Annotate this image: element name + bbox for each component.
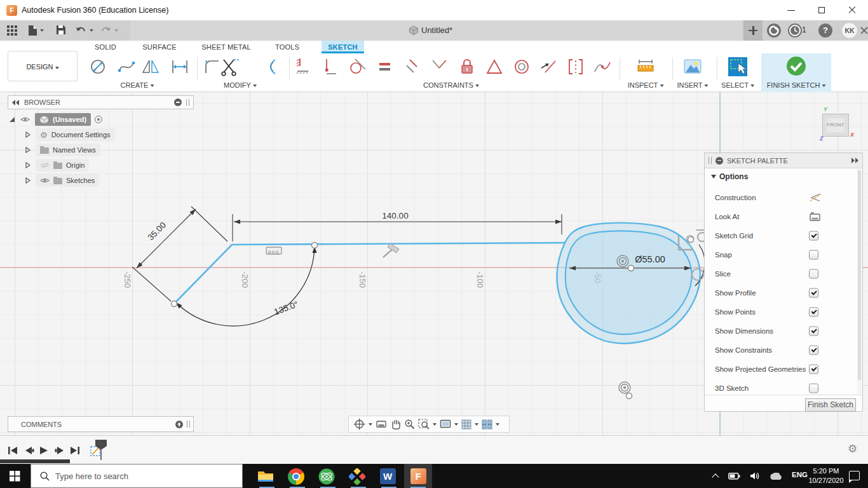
collapse-right-icon[interactable] [851, 158, 858, 163]
palette-row-look-at[interactable]: Look At [705, 209, 862, 224]
browser-item-origin[interactable]: Origin [25, 158, 89, 172]
tab-surface[interactable]: SURFACE [139, 41, 180, 53]
circle-tool-icon[interactable] [88, 57, 107, 76]
palette-row-show-dimensions[interactable]: Show Dimensions [705, 323, 862, 339]
save-icon[interactable] [56, 25, 66, 35]
comments-drag-handle[interactable] [187, 421, 190, 428]
orbit-icon[interactable] [353, 418, 365, 430]
display-caret[interactable] [454, 423, 458, 426]
eye-hidden-icon[interactable] [40, 162, 50, 169]
diamond-app-icon[interactable] [343, 467, 371, 485]
close-button[interactable] [837, 0, 867, 20]
select-tool-icon[interactable] [728, 57, 747, 76]
browser-root-row[interactable]: (Unsaved) [9, 112, 102, 126]
collapsed-arrow-icon[interactable] [25, 132, 31, 138]
dimension-angle-text[interactable]: 135.0° [273, 299, 299, 316]
snap-checkbox[interactable] [809, 250, 818, 260]
dimension-140-text[interactable]: 140.00 [382, 211, 408, 220]
root-document-label[interactable]: (Unsaved) [35, 113, 91, 126]
dimension-35-text[interactable]: 35.00 [146, 220, 168, 243]
horizontal-constraint-glyph[interactable] [266, 247, 281, 254]
show-projected-geometries-checkbox[interactable] [809, 365, 818, 374]
finish-sketch-button[interactable]: FINISH SKETCH [761, 53, 831, 92]
viewports-icon[interactable] [482, 419, 492, 430]
browser-drag-handle[interactable] [186, 99, 189, 106]
redo-dropdown-caret[interactable] [114, 29, 118, 32]
help-icon[interactable]: ? [818, 24, 832, 37]
slice-checkbox[interactable] [809, 269, 818, 279]
sketch-point[interactable] [312, 243, 318, 248]
green-app-icon[interactable] [313, 467, 341, 485]
new-tab-button[interactable] [743, 20, 763, 41]
fusion-taskbar-icon[interactable]: F [404, 467, 432, 485]
palette-row-construction[interactable]: Construction [705, 190, 862, 205]
browser-item-document-settings[interactable]: ⚙Document Settings [25, 128, 115, 142]
document-tab[interactable]: Untitled* [130, 20, 742, 41]
notification-clock-icon[interactable] [788, 24, 802, 37]
collinear-constraint-icon[interactable] [539, 57, 557, 76]
onedrive-cloud-icon[interactable] [769, 473, 783, 480]
palette-row-show-constraints[interactable]: Show Constraints [705, 342, 862, 358]
timeline-step-forward-button[interactable] [55, 446, 65, 455]
taskbar-search-box[interactable] [31, 464, 243, 488]
battery-icon[interactable] [728, 473, 740, 480]
midpoint-constraint-icon[interactable] [485, 57, 503, 76]
measure-tool-icon[interactable] [636, 57, 655, 76]
group-create[interactable]: CREATE [121, 81, 154, 89]
group-inspect[interactable]: INSPECT [628, 81, 664, 89]
orbit-caret[interactable] [369, 423, 372, 426]
browser-item-sketches[interactable]: Sketches [25, 173, 99, 187]
palette-row-snap[interactable]: Snap [705, 247, 862, 262]
app-grid-icon[interactable] [6, 25, 18, 36]
show-points-checkbox[interactable] [809, 308, 818, 317]
tab-solid[interactable]: SOLID [91, 41, 120, 53]
insert-image-icon[interactable] [683, 57, 702, 76]
browser-collapse-icon[interactable] [174, 98, 182, 106]
show-constraints-checkbox[interactable] [809, 346, 818, 355]
equal-constraint-icon[interactable] [377, 57, 393, 76]
canvas-viewport[interactable]: -250 -200 -150 -100 -50 50 140.00 [0, 92, 868, 435]
options-section-header[interactable]: Options [711, 172, 748, 181]
dimension-tool-icon[interactable] [170, 57, 189, 76]
finish-sketch-palette-button[interactable]: Finish Sketch [805, 398, 856, 412]
undo-dropdown-caret[interactable] [90, 29, 93, 32]
timeline-step-back-button[interactable] [24, 446, 34, 455]
collapsed-arrow-icon[interactable] [25, 162, 31, 168]
zoom-icon[interactable] [404, 419, 415, 430]
collapsed-arrow-icon[interactable] [25, 147, 31, 153]
chrome-icon[interactable] [282, 467, 310, 485]
minimize-button[interactable] [776, 0, 806, 20]
fillet-tool-icon[interactable] [203, 57, 222, 76]
sketch-line[interactable] [174, 243, 565, 304]
grid-settings-icon[interactable] [461, 419, 471, 430]
tab-sketch[interactable]: SKETCH [322, 41, 364, 53]
zoom-window-caret[interactable] [433, 423, 437, 426]
parallel-constraint-icon[interactable] [403, 57, 421, 76]
file-icon[interactable] [28, 25, 37, 36]
3d-sketch-checkbox[interactable] [809, 384, 818, 393]
tangent-constraint-icon[interactable] [349, 57, 367, 76]
comments-panel[interactable]: COMMENTS [8, 416, 194, 432]
undo-icon[interactable] [76, 26, 86, 35]
sketch-palette-header[interactable]: SKETCH PALETTE [705, 153, 862, 168]
palette-collapse-icon[interactable] [715, 157, 723, 165]
timeline-sketch-feature-marker[interactable] [89, 438, 111, 461]
volume-icon[interactable] [750, 471, 760, 480]
file-dropdown-caret[interactable] [40, 29, 44, 32]
start-button-icon[interactable] [10, 471, 20, 482]
taskbar-search-input[interactable] [55, 464, 233, 487]
timeline-scrollbar-thumb[interactable] [0, 459, 70, 463]
palette-drag-handle[interactable] [709, 157, 712, 164]
browser-panel-header[interactable]: BROWSER [8, 95, 194, 109]
eye-icon[interactable] [20, 116, 30, 123]
look-at-icon[interactable] [809, 212, 821, 222]
browser-item-named-views[interactable]: Named Views [25, 143, 100, 157]
look-at-tool-icon[interactable] [376, 419, 387, 429]
viewports-caret[interactable] [496, 423, 499, 426]
view-cube-front-face[interactable]: FRONT [822, 114, 849, 137]
group-constraints[interactable]: CONSTRAINTS [423, 81, 479, 89]
maximize-button[interactable] [807, 0, 836, 20]
dimension-diameter-text[interactable]: Ø55.00 [635, 254, 665, 264]
redo-icon[interactable] [100, 26, 111, 35]
zoom-window-icon[interactable] [418, 419, 430, 430]
